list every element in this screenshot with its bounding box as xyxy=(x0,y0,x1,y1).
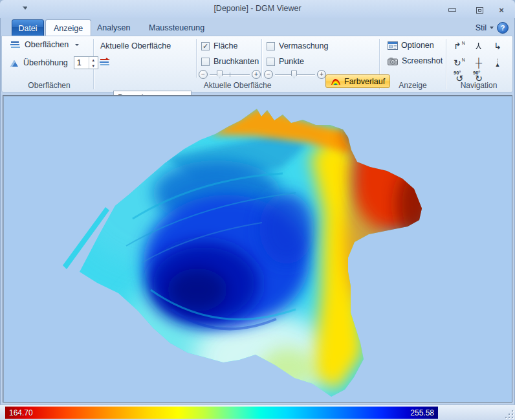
title-bar[interactable]: [Deponie] - DGM Viewer × xyxy=(0,0,515,18)
window-title: [Deponie] - DGM Viewer xyxy=(0,4,515,13)
close-icon: × xyxy=(499,6,504,14)
nav-view-isometric-button[interactable]: Y xyxy=(470,39,487,53)
exaggeration-mountain-icon xyxy=(10,58,20,67)
exaggeration-stepper[interactable]: 1 ▲ ▼ xyxy=(74,56,98,69)
bruchkanten-width-slider: − + xyxy=(199,69,261,80)
slider-plus-button[interactable]: + xyxy=(317,70,326,79)
nav-view-top-north-button[interactable]: ↱ N xyxy=(451,39,468,53)
nav-rotate-to-north-button[interactable]: ↻ N xyxy=(451,56,468,70)
minimize-button[interactable] xyxy=(444,5,461,15)
zoom-center-icon: ┼ xyxy=(476,58,482,68)
group-label-anzeige: Anzeige xyxy=(382,81,443,90)
checkbox-bruchkanten[interactable]: Bruchkanten xyxy=(201,56,259,67)
tab-maussteuerung[interactable]: Maussteuerung xyxy=(141,19,212,36)
tab-analysen[interactable]: Analysen xyxy=(89,19,138,36)
slider-minus-button[interactable]: − xyxy=(199,70,208,79)
scale-max-value: 255.58 xyxy=(406,408,438,417)
viewport-3d[interactable] xyxy=(3,95,512,403)
maximize-button[interactable] xyxy=(471,5,488,15)
resize-grip[interactable] xyxy=(504,409,513,418)
slider-tick xyxy=(230,72,230,77)
restore-icon xyxy=(476,7,483,14)
stepper-up-icon[interactable]: ▲ xyxy=(89,57,98,63)
stepper-down-icon[interactable]: ▼ xyxy=(89,63,98,69)
column-separator xyxy=(196,39,197,78)
slider-thumb[interactable] xyxy=(291,71,297,78)
options-dialog-icon xyxy=(388,41,398,50)
camera-icon xyxy=(388,57,399,65)
group-separator xyxy=(446,39,446,89)
status-bar: 164.70 255.58 xyxy=(0,404,515,420)
scale-min-value: 164.70 xyxy=(5,408,37,417)
surfaces-menu-button[interactable]: Oberflächen xyxy=(10,40,79,49)
slider-minus-button[interactable]: − xyxy=(264,70,273,79)
terrain-model[interactable] xyxy=(3,96,512,402)
close-button[interactable]: × xyxy=(493,5,510,15)
checkbox-icon xyxy=(201,58,210,66)
style-dropdown-icon[interactable] xyxy=(490,27,494,29)
view-side-icon: ↳ xyxy=(494,41,501,51)
surfaces-layers-icon xyxy=(10,40,21,49)
elevation-scale-bar: 164.70 255.58 xyxy=(5,406,438,419)
nav-fit-vertical-button[interactable]: ⋮ ▲ xyxy=(489,56,506,70)
checkbox-vermaschung[interactable]: Vermaschung xyxy=(267,41,328,51)
tab-datei[interactable]: Datei xyxy=(12,19,44,37)
checkbox-punkte[interactable]: Punkte xyxy=(267,56,304,67)
app-window: [Deponie] - DGM Viewer × Datei Anzeige A… xyxy=(0,0,515,420)
group-label-oberflaechen: Oberflächen xyxy=(11,81,87,90)
exaggeration-value: 1 xyxy=(74,57,89,69)
help-button[interactable]: ? xyxy=(497,22,509,34)
checkbox-icon: ✓ xyxy=(201,42,210,50)
group-label-aktuelle-oberflaeche: Aktuelle Oberfläche xyxy=(99,81,376,90)
dropdown-icon xyxy=(75,44,79,46)
view-isometric-icon: Y xyxy=(476,41,481,51)
ribbon-tab-strip: Datei Anzeige Analysen Maussteuerung Sti… xyxy=(0,18,515,36)
options-button[interactable]: Optionen xyxy=(388,41,434,50)
checkbox-flaeche[interactable]: ✓ Fläche xyxy=(201,41,238,51)
slider-thumb[interactable] xyxy=(217,71,223,78)
ribbon: Oberflächen Überhöhung 1 ▲ ▼ Oberflächen… xyxy=(1,36,513,93)
rotate-to-north-icon: ↻ xyxy=(454,58,461,68)
column-separator xyxy=(261,39,262,78)
nav-zoom-center-button[interactable]: ┼ xyxy=(470,56,487,70)
group-label-navigation: Navigation xyxy=(447,81,510,90)
view-top-north-icon: ↱ xyxy=(454,41,461,51)
slider-plus-button[interactable]: + xyxy=(252,70,261,79)
current-surface-label: Aktuelle Oberfläche xyxy=(100,41,171,50)
style-menu-label[interactable]: Stil xyxy=(476,23,487,32)
punkte-size-slider: − + xyxy=(264,69,326,80)
checkbox-icon xyxy=(267,58,275,66)
screenshot-button[interactable]: Screenshot xyxy=(388,56,443,65)
exaggeration-control: Überhöhung 1 ▲ ▼ xyxy=(10,56,98,69)
nav-view-side-button[interactable]: ↳ xyxy=(489,39,506,53)
checkbox-icon xyxy=(267,42,275,50)
fit-vertical-icon: ⋮ ▲ xyxy=(495,59,501,67)
tab-anzeige[interactable]: Anzeige xyxy=(45,19,91,36)
current-surface-icon xyxy=(99,58,111,67)
minimize-icon xyxy=(448,8,456,12)
